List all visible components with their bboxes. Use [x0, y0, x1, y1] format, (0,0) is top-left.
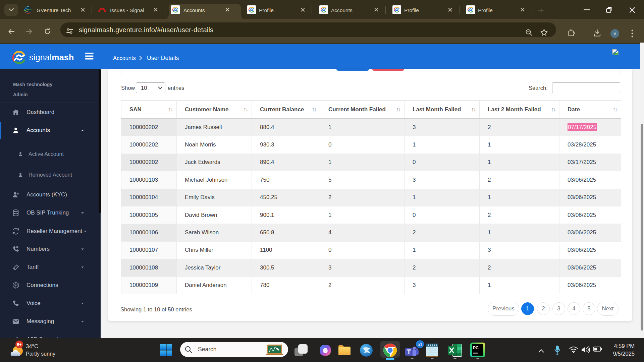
- svg-text:PC: PC: [473, 346, 479, 350]
